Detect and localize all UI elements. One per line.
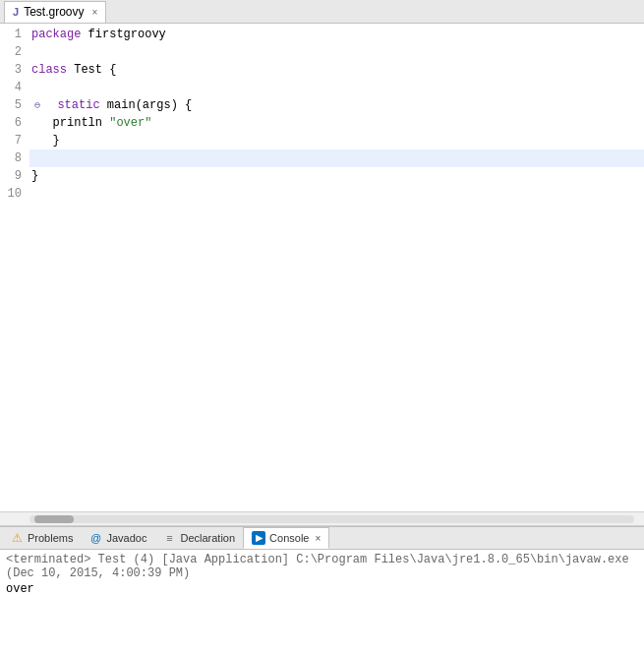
code-line-4 xyxy=(29,79,644,96)
tab-problems[interactable]: ⚠ Problems xyxy=(2,527,81,549)
code-indent xyxy=(31,116,53,130)
line-num-3: 3 xyxy=(0,61,22,79)
scrollbar-track xyxy=(29,515,634,523)
line-num-1: 1 xyxy=(0,26,22,43)
code-line-9: } xyxy=(29,167,644,185)
line-num-9: 9 xyxy=(0,167,22,185)
tab-console-label: Console xyxy=(269,532,309,544)
code-text: } xyxy=(53,134,60,148)
code-text: println xyxy=(53,116,110,130)
code-text: firstgroovy xyxy=(88,28,166,41)
line-num-7: 7 xyxy=(0,132,22,149)
code-line-6: println "over" xyxy=(29,114,644,132)
tab-declaration[interactable]: ≡ Declaration xyxy=(154,527,243,549)
line-num-8: 8 xyxy=(0,149,22,167)
code-line-3: class Test { xyxy=(29,61,644,79)
editor-tab-label: Test.groovy xyxy=(24,5,84,19)
keyword-class: class xyxy=(31,63,74,77)
console-icon: ▶ xyxy=(252,531,265,545)
console-tab-close[interactable]: × xyxy=(315,533,321,544)
declaration-icon: ≡ xyxy=(162,531,176,545)
code-text: } xyxy=(31,169,38,183)
code-line-7: } xyxy=(29,132,644,149)
code-line-10 xyxy=(29,185,644,203)
code-line-1: package firstgroovy xyxy=(29,26,644,43)
tab-declaration-label: Declaration xyxy=(180,532,235,544)
line-num-10: 10 xyxy=(0,185,22,203)
editor-content: 1 2 3 4 5 6 7 8 9 10 package firstgroovy… xyxy=(0,24,644,511)
editor-area: 1 2 3 4 5 6 7 8 9 10 package firstgroovy… xyxy=(0,24,644,526)
line-num-6: 6 xyxy=(0,114,22,132)
scrollbar-thumb[interactable] xyxy=(34,515,74,523)
console-output: <terminated> Test (4) [Java Application]… xyxy=(0,550,644,654)
line-num-4: 4 xyxy=(0,79,22,96)
javadoc-icon: @ xyxy=(88,531,102,545)
code-line-8 xyxy=(29,149,644,167)
console-output-text: over xyxy=(6,582,638,596)
bottom-panel: ⚠ Problems @ Javadoc ≡ Declaration ▶ Con… xyxy=(0,526,644,654)
console-terminated-line: <terminated> Test (4) [Java Application]… xyxy=(6,553,638,580)
editor-tab-close[interactable]: × xyxy=(91,7,97,18)
fold-icon[interactable]: ⊖ xyxy=(31,97,43,115)
editor-tab-test-groovy[interactable]: J Test.groovy × xyxy=(4,1,106,23)
code-indent xyxy=(31,134,53,148)
code-indent xyxy=(43,98,57,112)
problems-icon: ⚠ xyxy=(10,531,24,545)
code-text: Test { xyxy=(74,63,116,77)
tab-javadoc[interactable]: @ Javadoc xyxy=(81,527,154,549)
tab-javadoc-label: Javadoc xyxy=(106,532,146,544)
keyword-package: package xyxy=(31,28,88,41)
keyword-static: static xyxy=(57,98,106,112)
tab-console[interactable]: ▶ Console × xyxy=(243,527,329,549)
line-numbers: 1 2 3 4 5 6 7 8 9 10 xyxy=(0,24,29,511)
tab-problems-label: Problems xyxy=(28,532,73,544)
line-num-5: 5 xyxy=(0,96,22,114)
string-over: "over" xyxy=(109,116,151,130)
horizontal-scrollbar[interactable] xyxy=(0,511,644,525)
code-line-2 xyxy=(29,43,644,61)
code-text: (args) { xyxy=(136,98,193,112)
editor-tab-bar: J Test.groovy × xyxy=(0,0,644,24)
code-lines[interactable]: package firstgroovy class Test { ⊖ stati… xyxy=(29,24,644,511)
bottom-tab-bar: ⚠ Problems @ Javadoc ≡ Declaration ▶ Con… xyxy=(0,526,644,550)
groovy-file-icon: J xyxy=(13,6,19,18)
code-line-5: ⊖ static main(args) { xyxy=(29,96,644,114)
line-num-2: 2 xyxy=(0,43,22,61)
method-name: main xyxy=(107,98,136,112)
